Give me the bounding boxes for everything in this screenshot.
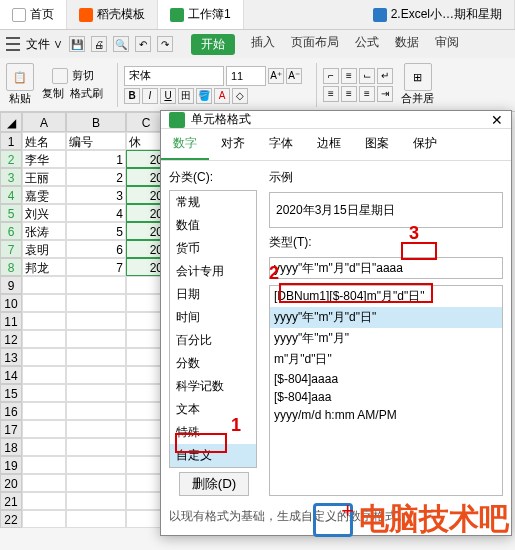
cell[interactable]: 3 [66, 186, 126, 204]
cell[interactable]: 姓名 [22, 132, 66, 150]
category-item[interactable]: 时间 [170, 306, 256, 329]
menu-icon[interactable] [6, 37, 20, 51]
close-icon[interactable]: ✕ [491, 112, 503, 128]
cell[interactable] [66, 438, 126, 456]
cell[interactable] [22, 330, 66, 348]
cell[interactable]: 编号 [66, 132, 126, 150]
tab-protect[interactable]: 保护 [401, 129, 449, 160]
type-item[interactable]: yyyy/m/d h:mm AM/PM [270, 406, 502, 424]
tab-border[interactable]: 边框 [305, 129, 353, 160]
type-list[interactable]: [DBNum1][$-804]m"月"d"日"yyyy"年"m"月"d"日"yy… [269, 285, 503, 496]
type-item[interactable]: [DBNum1][$-804]m"月"d"日" [270, 286, 502, 307]
type-input[interactable]: yyyy"年"m"月"d"日"aaaa [269, 257, 503, 279]
cell[interactable] [66, 348, 126, 366]
tab-excel-file[interactable]: 2.Excel小…期和星期 [361, 0, 515, 29]
file-menu[interactable]: 文件 ∨ [26, 36, 63, 53]
select-all-corner[interactable]: ◢ [0, 112, 22, 132]
ribbon-tab-formula[interactable]: 公式 [355, 34, 379, 55]
delete-button[interactable]: 删除(D) [179, 472, 249, 496]
cell[interactable] [66, 420, 126, 438]
ribbon-tab-review[interactable]: 审阅 [435, 34, 459, 55]
cell[interactable]: 李华 [22, 150, 66, 168]
category-item[interactable]: 会计专用 [170, 260, 256, 283]
row-header[interactable]: 7 [0, 240, 22, 258]
row-header[interactable]: 18 [0, 438, 22, 456]
font-size-select[interactable]: 11 [226, 66, 266, 86]
cell[interactable]: 5 [66, 222, 126, 240]
bold-icon[interactable]: B [124, 88, 140, 104]
row-header[interactable]: 22 [0, 510, 22, 528]
font-color-icon[interactable]: A [214, 88, 230, 104]
tab-number[interactable]: 数字 [161, 129, 209, 160]
row-header[interactable]: 13 [0, 348, 22, 366]
cell[interactable]: 张涛 [22, 222, 66, 240]
qat-save-icon[interactable]: 💾 [69, 36, 85, 52]
row-header[interactable]: 6 [0, 222, 22, 240]
tab-align[interactable]: 对齐 [209, 129, 257, 160]
qat-undo-icon[interactable]: ↶ [135, 36, 151, 52]
cell[interactable] [22, 456, 66, 474]
align-center-icon[interactable]: ≡ [341, 86, 357, 102]
align-right-icon[interactable]: ≡ [359, 86, 375, 102]
cell[interactable]: 6 [66, 240, 126, 258]
category-item[interactable]: 自定义 [170, 444, 256, 467]
align-bottom-icon[interactable]: ⌙ [359, 68, 375, 84]
cell[interactable] [22, 510, 66, 528]
category-item[interactable]: 数值 [170, 214, 256, 237]
cell[interactable] [66, 294, 126, 312]
row-header[interactable]: 15 [0, 384, 22, 402]
cell[interactable] [66, 384, 126, 402]
col-header-a[interactable]: A [22, 112, 66, 132]
underline-icon[interactable]: U [160, 88, 176, 104]
cell[interactable] [66, 510, 126, 528]
tab-pattern[interactable]: 图案 [353, 129, 401, 160]
paste-group[interactable]: 📋 粘贴 [6, 63, 34, 106]
cell[interactable] [66, 330, 126, 348]
category-item[interactable]: 货币 [170, 237, 256, 260]
type-item[interactable]: [$-804]aaa [270, 388, 502, 406]
copy-button[interactable]: 复制 [42, 86, 64, 101]
cell[interactable] [22, 402, 66, 420]
cell[interactable]: 7 [66, 258, 126, 276]
cell[interactable] [22, 474, 66, 492]
wrap-text-icon[interactable]: ↵ [377, 68, 393, 84]
qat-preview-icon[interactable]: 🔍 [113, 36, 129, 52]
row-header[interactable]: 5 [0, 204, 22, 222]
font-family-select[interactable]: 宋体 [124, 66, 224, 86]
cell[interactable]: 嘉雯 [22, 186, 66, 204]
cut-icon[interactable] [52, 68, 68, 84]
cell[interactable] [22, 438, 66, 456]
category-item[interactable]: 分数 [170, 352, 256, 375]
row-header[interactable]: 21 [0, 492, 22, 510]
cell[interactable] [22, 348, 66, 366]
cell[interactable] [22, 420, 66, 438]
row-header[interactable]: 10 [0, 294, 22, 312]
ribbon-tab-start[interactable]: 开始 [191, 34, 235, 55]
cell[interactable]: 1 [66, 150, 126, 168]
fill-color-icon[interactable]: 🪣 [196, 88, 212, 104]
category-item[interactable]: 文本 [170, 398, 256, 421]
italic-icon[interactable]: I [142, 88, 158, 104]
row-header[interactable]: 11 [0, 312, 22, 330]
row-header[interactable]: 14 [0, 366, 22, 384]
cell[interactable]: 邦龙 [22, 258, 66, 276]
align-top-icon[interactable]: ⌐ [323, 68, 339, 84]
cell[interactable]: 王丽 [22, 168, 66, 186]
cell[interactable]: 2 [66, 168, 126, 186]
border-icon[interactable]: 田 [178, 88, 194, 104]
cell[interactable] [66, 312, 126, 330]
align-left-icon[interactable]: ≡ [323, 86, 339, 102]
decrease-font-icon[interactable]: A⁻ [286, 68, 302, 84]
ribbon-tab-data[interactable]: 数据 [395, 34, 419, 55]
indent-icon[interactable]: ⇥ [377, 86, 393, 102]
type-item[interactable]: yyyy"年"m"月" [270, 328, 502, 349]
cell[interactable] [66, 402, 126, 420]
tab-font[interactable]: 字体 [257, 129, 305, 160]
align-middle-icon[interactable]: ≡ [341, 68, 357, 84]
tab-workbook[interactable]: 工作簿1 [158, 0, 244, 29]
cell[interactable] [66, 276, 126, 294]
ribbon-tab-insert[interactable]: 插入 [251, 34, 275, 55]
type-item[interactable]: [$-804]aaaa [270, 370, 502, 388]
category-item[interactable]: 常规 [170, 191, 256, 214]
cell[interactable] [22, 276, 66, 294]
